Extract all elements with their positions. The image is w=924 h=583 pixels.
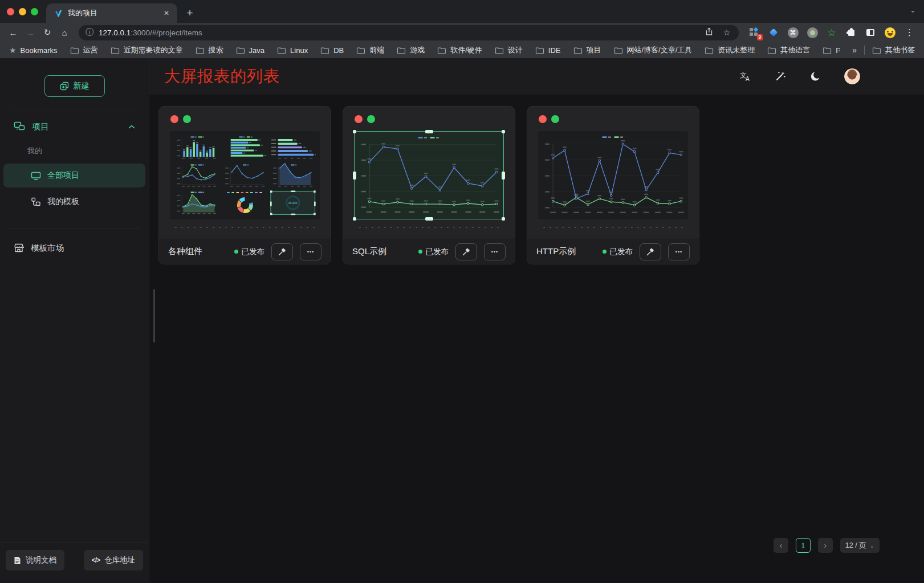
sidebar-footer: 说明文档 </> 仓库地址 xyxy=(0,542,149,583)
card-footer: SQL示例 已发布 ••• xyxy=(343,239,515,264)
profile-emoji-icon[interactable] xyxy=(884,26,896,39)
site-info-icon[interactable]: ⓘ xyxy=(86,27,93,38)
minimize-window-button[interactable] xyxy=(19,8,26,15)
edit-project-button[interactable] xyxy=(640,243,661,260)
user-avatar[interactable] xyxy=(844,68,860,84)
prev-page-button[interactable]: ‹ xyxy=(774,538,788,553)
share-icon[interactable] xyxy=(703,27,715,38)
status-dot xyxy=(603,250,606,254)
bookmark-folder-label: Java xyxy=(249,46,264,55)
next-page-button[interactable]: › xyxy=(818,538,833,553)
bookmark-folder[interactable]: 运营 xyxy=(70,45,98,55)
publish-status: 已发布 xyxy=(418,247,449,257)
extension-star-icon[interactable]: ☆ xyxy=(825,26,838,39)
page-size-value: 12 / 页 xyxy=(845,541,866,551)
language-icon[interactable]: 文A xyxy=(738,70,752,83)
selection-handle[interactable] xyxy=(502,172,505,180)
selection-handle[interactable] xyxy=(353,217,356,221)
sidebar-group-project[interactable]: 项目 xyxy=(0,112,149,141)
more-actions-button[interactable]: ••• xyxy=(300,243,321,260)
template-market-label: 模板市场 xyxy=(31,243,64,254)
sidebar-item-template-market[interactable]: 模板市场 xyxy=(0,235,149,261)
browser-tab[interactable]: 我的项目 ✕ xyxy=(46,3,177,23)
bookmark-folder[interactable]: 网站/博客/文章/工具 xyxy=(614,45,693,55)
project-preview: 25.00% xyxy=(170,131,320,219)
more-actions-button[interactable]: ••• xyxy=(484,243,506,260)
close-window-button[interactable] xyxy=(7,8,14,15)
mini-chart-line1 xyxy=(222,163,268,188)
card-green-dot xyxy=(551,115,559,123)
extension-gem-icon[interactable] xyxy=(767,26,780,39)
magic-wand-icon[interactable] xyxy=(774,70,787,83)
bookmark-folder[interactable]: 游戏 xyxy=(397,45,425,55)
forward-button[interactable]: → xyxy=(23,25,38,40)
new-project-label: 新建 xyxy=(74,81,89,91)
extensions-puzzle-icon[interactable] xyxy=(845,26,857,39)
reload-button[interactable]: ↻ xyxy=(40,25,55,40)
browser-window: 我的项目 ✕ + ⌄ ← → ↻ ⌂ ⓘ 127.0.0.1:3000/#/pr… xyxy=(0,0,924,583)
bookmark-folder[interactable]: 搜索 xyxy=(196,45,223,55)
home-button[interactable]: ⌂ xyxy=(57,25,72,40)
bookmarks-root[interactable]: ★ Bookmarks xyxy=(9,46,58,55)
sidebar-item-all-projects[interactable]: 全部项目 xyxy=(3,164,145,187)
bookmark-folder[interactable]: 设计 xyxy=(495,45,523,55)
goview-favicon xyxy=(54,9,63,18)
current-page-button[interactable]: 1 xyxy=(796,538,811,553)
edit-project-button[interactable] xyxy=(271,243,293,260)
dark-mode-moon-icon[interactable] xyxy=(809,70,823,83)
bookmark-folder-label: 资讯未整理 xyxy=(718,45,755,55)
bookmark-folder[interactable]: 资讯未整理 xyxy=(705,45,755,55)
bookmark-folder[interactable]: Linux xyxy=(277,46,308,55)
extension-grid-icon[interactable]: 9 xyxy=(748,26,760,39)
selection-handle[interactable] xyxy=(425,130,433,133)
bookmark-folder[interactable]: 近期需要读的文章 xyxy=(111,45,183,55)
bookmark-folder-label: 前端 xyxy=(369,45,384,55)
zoom-window-button[interactable] xyxy=(31,8,38,15)
back-button[interactable]: ← xyxy=(6,25,21,40)
sidebar-item-my-templates[interactable]: 我的模板 xyxy=(3,190,145,214)
selection-handle[interactable] xyxy=(502,130,505,133)
new-project-button[interactable]: 新建 xyxy=(44,75,105,97)
bookmark-star-icon[interactable]: ☆ xyxy=(721,28,733,37)
project-card[interactable]: SQL示例 已发布 ••• xyxy=(343,106,515,264)
project-cards: 25.00% 各种组件 已发布 ••• SQL示例 xyxy=(158,106,924,264)
bookmark-folder[interactable]: 前端 xyxy=(356,45,384,55)
bookmark-folder[interactable]: IDE xyxy=(535,46,561,55)
tab-close-icon[interactable]: ✕ xyxy=(161,8,172,18)
selection-handle[interactable] xyxy=(353,172,356,180)
browser-menu-icon[interactable]: ⋮ xyxy=(903,27,916,38)
bookmark-folder[interactable]: Java xyxy=(236,46,264,55)
publish-status: 已发布 xyxy=(603,247,633,257)
project-preview xyxy=(538,131,688,219)
bookmark-folder[interactable]: PHP xyxy=(823,46,840,55)
bookmark-folder[interactable]: 其他语言 xyxy=(767,45,810,55)
repo-button[interactable]: </> 仓库地址 xyxy=(84,550,143,570)
more-actions-button[interactable]: ••• xyxy=(668,243,690,260)
project-card[interactable]: HTTP示例 已发布 ••• xyxy=(527,106,699,264)
selection-handle[interactable] xyxy=(502,217,505,221)
selection-handle[interactable] xyxy=(353,130,356,133)
other-bookmarks[interactable]: 其他书签 xyxy=(872,45,915,55)
folder-icon xyxy=(236,47,245,54)
card-red-dot xyxy=(170,115,178,123)
project-card[interactable]: 25.00% 各种组件 已发布 ••• xyxy=(158,106,331,264)
scrollbar-thumb[interactable] xyxy=(153,289,155,343)
svg-text:A: A xyxy=(746,76,750,82)
edit-project-button[interactable] xyxy=(455,243,477,260)
new-tab-button[interactable]: + xyxy=(182,5,198,21)
bookmark-folder[interactable]: 软件/硬件 xyxy=(437,45,482,55)
selection-handle[interactable] xyxy=(425,217,433,221)
address-bar[interactable]: ⓘ 127.0.0.1:3000/#/project/items ☆ xyxy=(79,25,739,40)
bookmark-folder[interactable]: DB xyxy=(320,46,344,55)
chevron-up-icon xyxy=(128,125,135,129)
card-footer: HTTP示例 已发布 ••• xyxy=(527,239,699,264)
bookmark-folder[interactable]: 项目 xyxy=(573,45,601,55)
docs-button[interactable]: 说明文档 xyxy=(6,550,64,570)
bookmarks-overflow-icon[interactable]: » xyxy=(852,46,857,55)
page-size-select[interactable]: 12 / 页 ⌄ xyxy=(840,538,880,553)
extension-recorder-icon[interactable] xyxy=(806,26,819,39)
side-panel-icon[interactable] xyxy=(864,26,877,39)
mini-chart-ring: 25.00% xyxy=(270,190,316,215)
extension-command-icon[interactable]: ⌘ xyxy=(787,26,799,39)
tab-search-chevron-icon[interactable]: ⌄ xyxy=(910,6,916,14)
